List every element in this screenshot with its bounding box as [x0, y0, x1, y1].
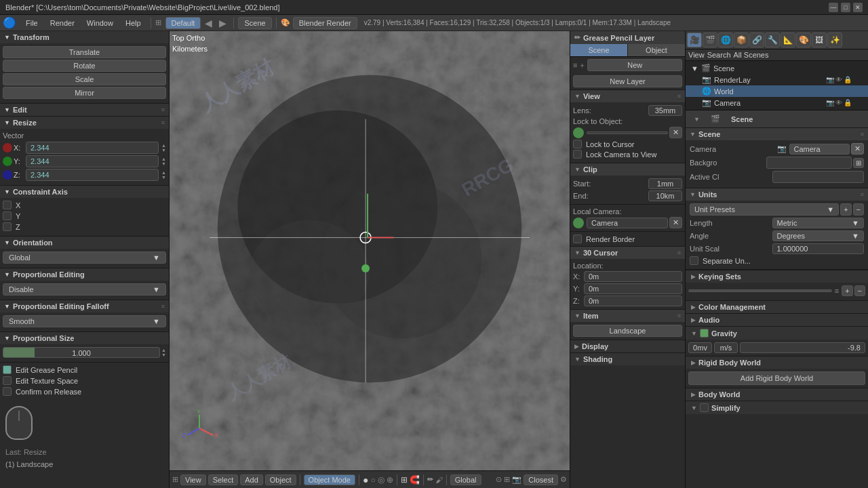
object-tab[interactable]: Object	[628, 44, 685, 56]
lens-value[interactable]: 35mm	[648, 105, 682, 116]
keying-minus[interactable]: −	[854, 285, 865, 296]
view-btn[interactable]: View	[180, 474, 206, 485]
minimize-button[interactable]: —	[829, 3, 838, 12]
global-button[interactable]: Global ▼	[3, 251, 166, 264]
camera-clear[interactable]: ✕	[851, 143, 864, 155]
object-props-tab[interactable]: 📦	[734, 33, 749, 47]
prop-size-header[interactable]: ▼ Proportional Size	[0, 332, 169, 344]
y-up[interactable]: ▲	[161, 157, 166, 161]
modifier-tab[interactable]: 🔧	[765, 33, 780, 47]
scene-tab[interactable]: Scene	[570, 44, 628, 56]
z-value[interactable]: 2.344	[26, 169, 159, 181]
item-header[interactable]: ▼ Item ≡	[570, 310, 685, 322]
z-up[interactable]: ▲	[161, 170, 166, 175]
camera-val-display[interactable]: Camera	[789, 144, 850, 155]
texture-icon[interactable]: ⊕	[387, 475, 393, 485]
particles-tab[interactable]: ✨	[827, 33, 842, 47]
translate-button[interactable]: Translate	[3, 46, 166, 58]
cy-value[interactable]: 0m	[584, 283, 682, 294]
world-props-tab[interactable]: 🌐	[718, 33, 733, 47]
keying-header[interactable]: ▶ Keying Sets	[686, 270, 868, 283]
constraints-tab[interactable]: 🔗	[749, 33, 764, 47]
resize-header[interactable]: ▼ Resize ≡	[0, 117, 169, 129]
object-mode-btn[interactable]: Object Mode	[304, 474, 355, 485]
renderer-button[interactable]: Blender Render	[293, 17, 357, 29]
render-cam-icon[interactable]: 📷	[826, 76, 834, 83]
add-rigid-body-btn[interactable]: Add Rigid Body World	[688, 371, 865, 385]
grid-icon[interactable]: ⊞	[504, 475, 510, 484]
world-tree-item[interactable]: 🌐 World	[686, 85, 868, 97]
camera-view-icon[interactable]: 📷	[512, 475, 521, 484]
new-layer-btn[interactable]: New Layer	[573, 75, 682, 87]
cz-value[interactable]: 0m	[584, 296, 682, 306]
render-tree-item[interactable]: 📷 RenderLay 📷 👁 🔒	[686, 74, 868, 85]
landscape-btn[interactable]: Landscape	[573, 325, 682, 337]
add-btn[interactable]: Add	[240, 474, 263, 485]
grease-pencil-checkbox[interactable]	[3, 365, 12, 374]
unit-minus-btn[interactable]: −	[853, 203, 864, 216]
scene-sub-header[interactable]: ▼ Scene ≡	[686, 128, 868, 140]
gravity-cb[interactable]	[700, 329, 709, 338]
edit-header[interactable]: ▼ Edit ≡	[0, 104, 169, 116]
scene-tree-item[interactable]: ▼ 🎬 Scene	[686, 62, 868, 74]
cam-view-icon[interactable]: 📷	[826, 99, 834, 106]
rotate-button[interactable]: Rotate	[3, 60, 166, 72]
smooth-button[interactable]: Smooth ▼	[3, 315, 166, 327]
render-menu[interactable]: Render	[45, 18, 80, 28]
lock-cursor-cb[interactable]	[573, 140, 582, 148]
prop-size-up[interactable]: ▲	[161, 348, 166, 352]
separate-units-cb[interactable]	[690, 256, 698, 265]
rigid-body-header[interactable]: ▶ Rigid Body World	[686, 357, 868, 369]
texture-space-checkbox[interactable]	[3, 376, 12, 385]
render-border-cb[interactable]	[573, 235, 582, 243]
prop-icon[interactable]: ⊙	[496, 475, 502, 484]
display-header[interactable]: ▶ Display	[570, 340, 685, 352]
units-header[interactable]: ▼ Units ≡	[686, 188, 868, 201]
render-icon[interactable]: ○	[370, 475, 375, 485]
cursor-header[interactable]: ▼ 30 Cursor ≡	[570, 247, 685, 259]
object-btn[interactable]: Object	[265, 474, 296, 485]
x-checkbox[interactable]	[3, 201, 12, 209]
color-mgmt-header[interactable]: ▶ Color Management	[686, 301, 868, 313]
active-cl-val[interactable]	[772, 171, 865, 183]
maximize-button[interactable]: □	[841, 3, 850, 12]
prop-size-slider[interactable]: 1.000	[3, 347, 160, 358]
length-val[interactable]: Metric ▼	[772, 218, 865, 228]
options-icon[interactable]: ⚙	[560, 475, 567, 484]
orientation-header[interactable]: ▼ Orientation	[0, 237, 169, 249]
audio-header[interactable]: ▶ Audio	[686, 314, 868, 326]
pencil-icon[interactable]: ✏	[427, 475, 433, 484]
render-lock-icon[interactable]: 🔒	[844, 76, 852, 83]
gravity-unit1[interactable]: 0mv	[688, 342, 712, 353]
camera-clear-btn[interactable]: ✕	[669, 217, 682, 228]
shading-header[interactable]: ▼ Shading	[570, 353, 685, 365]
keying-plus[interactable]: +	[842, 285, 852, 296]
lock-camera-cb[interactable]	[573, 150, 582, 159]
prop-size-down[interactable]: ▼	[161, 352, 166, 357]
close-button[interactable]: ✕	[853, 3, 863, 12]
transform-header[interactable]: ▼ Transform	[0, 31, 169, 43]
angle-val[interactable]: Degrees ▼	[772, 230, 865, 241]
y-value[interactable]: 2.344	[26, 155, 159, 167]
disable-button[interactable]: Disable ▼	[3, 283, 166, 296]
material-tab[interactable]: 🎨	[796, 33, 811, 47]
gravity-header[interactable]: ▼ Gravity	[686, 327, 868, 340]
gravity-val[interactable]: -9.8	[740, 342, 865, 353]
body-world-header[interactable]: ▶ Body World	[686, 388, 868, 401]
camera-tree-item[interactable]: 📷 Camera 📷 👁 🔒	[686, 97, 868, 108]
closest-btn[interactable]: Closest	[524, 474, 558, 485]
window-menu[interactable]: Window	[81, 18, 119, 28]
viewport-area[interactable]: 人人素材 RRCG 人人素材 Top Ortho Kilometers X Y …	[170, 31, 570, 470]
scene-props-tab[interactable]: 🎬	[703, 33, 717, 47]
unit-scale-val[interactable]: 1.000000	[772, 243, 865, 254]
view-btn-props[interactable]: View	[688, 51, 705, 59]
x-value[interactable]: 2.344	[26, 142, 159, 154]
texture-tab[interactable]: 🖼	[812, 33, 827, 47]
new-btn[interactable]: New	[587, 59, 682, 71]
cam-lock-icon[interactable]: 🔒	[844, 99, 852, 106]
scene-button[interactable]: Scene	[238, 17, 271, 29]
brush-icon[interactable]: 🖌	[435, 476, 443, 484]
simplify-cb[interactable]	[700, 403, 709, 412]
lock-val[interactable]	[587, 131, 668, 134]
all-scenes-btn[interactable]: All Scenes	[734, 51, 769, 59]
